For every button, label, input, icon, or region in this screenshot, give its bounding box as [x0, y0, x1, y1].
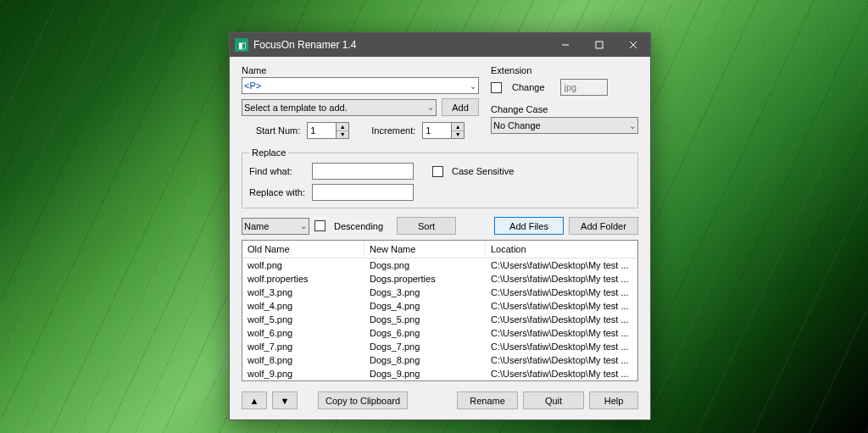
start-num-spinner[interactable]: ▲▼: [307, 122, 349, 139]
chevron-down-icon: ⌄: [470, 81, 476, 91]
table-row[interactable]: wolf_7.pngDogs_7.pngC:\Users\fatiw\Deskt…: [242, 340, 637, 353]
sort-field-value: Name: [244, 221, 269, 231]
case-sensitive-checkbox[interactable]: [432, 166, 443, 177]
name-label: Name: [242, 65, 479, 75]
cell-new-name: Dogs_7.png: [364, 341, 486, 353]
cell-old-name: wolf_6.png: [242, 327, 364, 339]
chevron-down-icon: ⌄: [629, 121, 636, 130]
change-case-value: No Change: [493, 120, 541, 130]
table-header: Old Name New Name Location: [242, 241, 637, 258]
cell-old-name: wolf_8.png: [242, 354, 364, 366]
col-new-name[interactable]: New Name: [364, 241, 486, 258]
cell-location: C:\Users\fatiw\Desktop\My test ...: [486, 259, 637, 271]
cell-old-name: wolf_9.png: [242, 368, 364, 380]
increment-label: Increment:: [371, 125, 415, 136]
chevron-down-icon: ⌄: [300, 221, 307, 230]
app-icon: ◧: [235, 38, 248, 52]
table-row[interactable]: wolf_4.pngDogs_4.pngC:\Users\fatiw\Deskt…: [242, 299, 637, 313]
col-old-name[interactable]: Old Name: [242, 241, 364, 258]
titlebar[interactable]: ◧ FocusOn Renamer 1.4: [230, 33, 650, 57]
cell-new-name: Dogs_5.png: [364, 314, 486, 325]
replace-group: Replace Find what: Case Sensitive Replac…: [242, 147, 638, 208]
desktop-background: ◧ FocusOn Renamer 1.4 Name <P> ⌄: [0, 0, 868, 433]
increment-input[interactable]: [422, 122, 451, 139]
table-row[interactable]: wolf_8.pngDogs_8.pngC:\Users\fatiw\Deskt…: [242, 353, 637, 367]
table-row[interactable]: wolf_6.pngDogs_6.pngC:\Users\fatiw\Deskt…: [242, 326, 637, 340]
cell-old-name: wolf_7.png: [242, 341, 364, 353]
find-what-label: Find what:: [249, 166, 307, 176]
find-what-input[interactable]: [312, 163, 414, 180]
spin-up-icon[interactable]: ▲: [337, 123, 348, 131]
cell-new-name: Dogs_9.png: [364, 368, 486, 380]
name-pattern-select[interactable]: <P> ⌄: [242, 77, 479, 94]
cell-location: C:\Users\fatiw\Desktop\My test ...: [486, 354, 637, 366]
app-window: ◧ FocusOn Renamer 1.4 Name <P> ⌄: [229, 32, 651, 420]
table-row[interactable]: wolf_5.pngDogs_5.pngC:\Users\fatiw\Deskt…: [242, 313, 637, 326]
add-files-button[interactable]: Add Files: [494, 217, 564, 235]
replace-legend: Replace: [249, 147, 288, 158]
spin-up-icon[interactable]: ▲: [452, 123, 464, 131]
move-up-button[interactable]: ▲: [242, 391, 267, 409]
cell-old-name: wolf.png: [242, 259, 364, 271]
descending-label: Descending: [334, 221, 383, 231]
add-template-button[interactable]: Add: [442, 98, 479, 116]
cell-new-name: Dogs_4.png: [364, 300, 486, 312]
col-location[interactable]: Location: [486, 241, 637, 258]
change-case-label: Change Case: [491, 104, 638, 114]
name-pattern-value: <P>: [244, 80, 261, 91]
sort-button[interactable]: Sort: [397, 217, 456, 235]
table-row[interactable]: wolf.pngDogs.pngC:\Users\fatiw\Desktop\M…: [242, 258, 637, 272]
table-row[interactable]: wolf_3.pngDogs_3.pngC:\Users\fatiw\Deskt…: [242, 286, 637, 299]
cell-location: C:\Users\fatiw\Desktop\My test ...: [486, 273, 637, 285]
change-extension-label: Change: [512, 82, 545, 92]
cell-old-name: wolf.properties: [242, 273, 364, 285]
cell-location: C:\Users\fatiw\Desktop\My test ...: [486, 314, 637, 325]
cell-old-name: wolf_3.png: [242, 286, 364, 298]
maximize-button[interactable]: [582, 33, 616, 57]
extension-label: Extension: [491, 65, 638, 75]
table-row[interactable]: wolf_9.pngDogs_9.pngC:\Users\fatiw\Deskt…: [242, 367, 637, 380]
minimize-button[interactable]: [548, 33, 582, 57]
window-title: FocusOn Renamer 1.4: [253, 39, 548, 51]
help-button[interactable]: Help: [589, 391, 638, 409]
case-sensitive-label: Case Sensitive: [452, 166, 514, 176]
replace-with-label: Replace with:: [249, 187, 307, 197]
cell-location: C:\Users\fatiw\Desktop\My test ...: [486, 300, 637, 312]
add-folder-button[interactable]: Add Folder: [569, 217, 638, 235]
cell-old-name: wolf_5.png: [242, 314, 364, 325]
quit-button[interactable]: Quit: [523, 391, 584, 409]
chevron-down-icon: ⌄: [427, 103, 434, 112]
copy-clipboard-button[interactable]: Copy to Clipboard: [318, 391, 408, 409]
template-select[interactable]: Select a template to add. ⌄: [242, 99, 437, 116]
cell-new-name: Dogs.png: [364, 259, 486, 271]
change-extension-checkbox[interactable]: [491, 82, 502, 93]
increment-spinner[interactable]: ▲▼: [422, 122, 465, 139]
rename-button[interactable]: Rename: [457, 391, 518, 409]
cell-new-name: Dogs_6.png: [364, 327, 486, 339]
change-case-select[interactable]: No Change ⌄: [491, 117, 638, 134]
extension-input[interactable]: [560, 79, 608, 96]
cell-location: C:\Users\fatiw\Desktop\My test ...: [486, 286, 637, 298]
table-body: wolf.pngDogs.pngC:\Users\fatiw\Desktop\M…: [242, 258, 637, 380]
cell-new-name: Dogs.properties: [364, 273, 486, 285]
table-row[interactable]: wolf.propertiesDogs.propertiesC:\Users\f…: [242, 272, 637, 286]
template-placeholder: Select a template to add.: [244, 103, 348, 113]
descending-checkbox[interactable]: [314, 220, 326, 231]
cell-new-name: Dogs_3.png: [364, 286, 486, 298]
cell-old-name: wolf_4.png: [242, 300, 364, 312]
svg-rect-1: [596, 42, 603, 48]
move-down-button[interactable]: ▼: [272, 391, 298, 409]
spin-down-icon[interactable]: ▼: [337, 131, 348, 139]
sort-field-select[interactable]: Name ⌄: [242, 218, 309, 235]
cell-location: C:\Users\fatiw\Desktop\My test ...: [486, 327, 637, 339]
close-button[interactable]: [616, 33, 650, 57]
spin-down-icon[interactable]: ▼: [452, 131, 464, 139]
replace-with-input[interactable]: [312, 184, 414, 201]
cell-location: C:\Users\fatiw\Desktop\My test ...: [486, 341, 637, 353]
cell-location: C:\Users\fatiw\Desktop\My test ...: [486, 368, 637, 380]
file-table: Old Name New Name Location wolf.pngDogs.…: [242, 240, 638, 381]
start-num-label: Start Num:: [256, 125, 301, 136]
start-num-input[interactable]: [307, 122, 336, 139]
cell-new-name: Dogs_8.png: [364, 354, 486, 366]
